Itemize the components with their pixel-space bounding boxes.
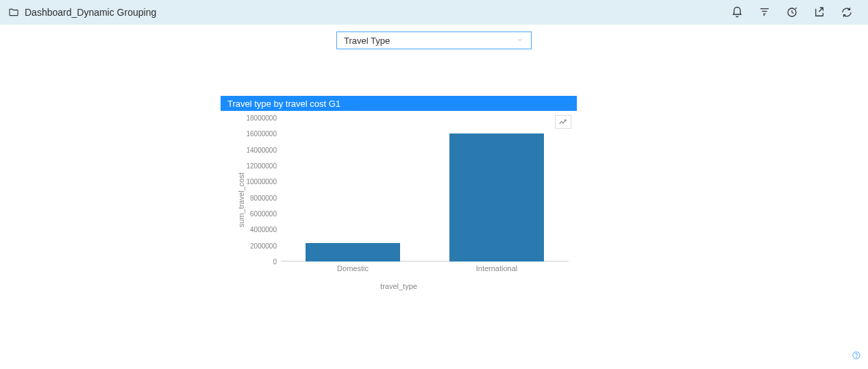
y-tick-label: 4000000: [250, 226, 281, 233]
top-bar: Dashboard_Dynamic Grouping: [0, 0, 868, 25]
page-title: Dashboard_Dynamic Grouping: [25, 7, 156, 18]
chart-body: sum_travel_cost 020000004000000600000080…: [221, 111, 577, 289]
filter-bar: Travel Type: [0, 31, 868, 49]
folder-icon: [8, 7, 19, 18]
clock-icon[interactable]: [786, 6, 798, 18]
y-tick-label: 0: [273, 258, 281, 266]
y-tick-label: 8000000: [250, 194, 281, 201]
y-axis-label: sum_travel_cost: [237, 173, 245, 227]
plot-area[interactable]: 0200000040000006000000800000010000000120…: [281, 118, 569, 262]
x-tick-label: Domestic: [337, 264, 369, 272]
export-icon[interactable]: [813, 6, 826, 18]
x-tick-label: International: [476, 264, 518, 272]
y-tick-label: 14000000: [247, 146, 282, 153]
y-tick-label: 18000000: [247, 114, 282, 122]
bar[interactable]: [306, 243, 401, 262]
travel-type-select[interactable]: Travel Type: [336, 31, 532, 49]
toolbar: [731, 6, 860, 18]
y-tick-label: 2000000: [250, 242, 281, 249]
y-tick-label: 6000000: [250, 209, 281, 217]
svg-point-2: [856, 357, 857, 358]
chart-card: Travel type by travel cost G1 sum_travel…: [221, 96, 577, 289]
select-value: Travel Type: [344, 36, 390, 46]
y-tick-label: 16000000: [247, 130, 282, 138]
bar[interactable]: [449, 133, 545, 262]
chart-title: Travel type by travel cost G1: [227, 99, 340, 109]
y-tick-label: 12000000: [247, 162, 282, 169]
notifications-icon[interactable]: [731, 6, 743, 18]
help-icon[interactable]: [852, 351, 861, 362]
breadcrumb: Dashboard_Dynamic Grouping: [8, 7, 156, 18]
x-axis-label: travel_type: [221, 282, 577, 290]
filter-icon[interactable]: [758, 6, 771, 18]
y-tick-label: 10000000: [247, 178, 282, 186]
chart-title-bar: Travel type by travel cost G1: [221, 96, 577, 111]
refresh-icon[interactable]: [841, 6, 853, 18]
chevron-down-icon: [516, 36, 524, 46]
